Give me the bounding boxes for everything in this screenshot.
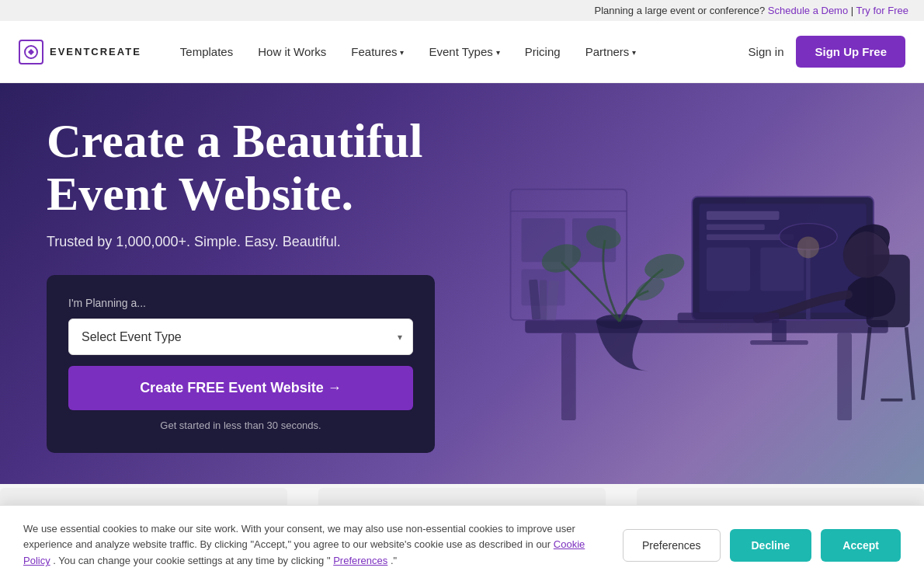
- logo-svg: [23, 44, 39, 60]
- nav-event-types[interactable]: Event Types ▾: [418, 39, 510, 64]
- banner-separator: |: [851, 5, 853, 16]
- logo[interactable]: EVENTCREATE: [19, 40, 141, 64]
- top-banner: Planning a large event or conference? Sc…: [0, 0, 924, 21]
- banner-text: Planning a large event or conference?: [594, 5, 765, 16]
- preferences-button[interactable]: Preferences: [623, 529, 720, 531]
- svg-rect-7: [707, 211, 780, 220]
- svg-line-28: [863, 327, 870, 399]
- nav-links: Templates How it Works Features ▾ Event …: [169, 39, 749, 64]
- hero-title: Create a Beautiful Event Website.: [47, 114, 512, 220]
- hero-subtitle: Trusted by 1,000,000+. Simple. Easy. Bea…: [47, 234, 512, 250]
- nav-how-it-works[interactable]: How it Works: [247, 39, 337, 64]
- logo-text: EVENTCREATE: [50, 46, 141, 57]
- card-note: Get started in less than 30 seconds.: [68, 420, 413, 431]
- nav-templates[interactable]: Templates: [169, 39, 244, 64]
- accept-button[interactable]: Accept: [821, 529, 901, 531]
- nav-how-label: How it Works: [258, 45, 326, 58]
- hero-card: I'm Planning a... Select Event Type Wedd…: [47, 275, 435, 453]
- partners-chevron-icon: ▾: [632, 48, 636, 57]
- nav-partners[interactable]: Partners ▾: [575, 39, 648, 64]
- sign-in-link[interactable]: Sign in: [749, 45, 784, 58]
- hero-content: Create a Beautiful Event Website. Truste…: [47, 114, 512, 453]
- svg-rect-8: [707, 225, 765, 230]
- svg-point-21: [797, 236, 818, 258]
- svg-rect-4: [837, 333, 852, 420]
- cookie-actions: Preferences Decline Accept: [623, 529, 901, 531]
- nav-templates-label: Templates: [180, 45, 233, 58]
- features-chevron-icon: ▾: [400, 48, 404, 57]
- try-free-link[interactable]: Try for Free: [856, 5, 908, 16]
- svg-rect-3: [561, 333, 576, 420]
- svg-point-25: [641, 250, 686, 283]
- decline-button[interactable]: Decline: [730, 529, 812, 531]
- planning-label: I'm Planning a...: [68, 297, 413, 309]
- cookie-description: We use essential cookies to make our sit…: [23, 523, 575, 531]
- nav-features-label: Features: [351, 45, 397, 58]
- cookie-banner: We use essential cookies to make our sit…: [0, 505, 924, 531]
- svg-rect-32: [677, 313, 779, 323]
- event-types-chevron-icon: ▾: [496, 48, 500, 57]
- event-type-select[interactable]: Select Event Type Wedding Birthday Party…: [68, 319, 413, 355]
- nav-actions: Sign in Sign Up Free: [749, 36, 905, 68]
- nav-partners-label: Partners: [585, 45, 630, 58]
- select-wrapper: Select Event Type Wedding Birthday Party…: [68, 319, 413, 355]
- nav-event-types-label: Event Types: [429, 45, 492, 58]
- nav-pricing[interactable]: Pricing: [514, 39, 571, 64]
- svg-rect-34: [539, 280, 546, 320]
- create-website-button[interactable]: Create FREE Event Website →: [68, 366, 413, 410]
- svg-rect-13: [750, 340, 808, 345]
- svg-rect-11: [760, 247, 804, 291]
- cookie-text: We use essential cookies to make our sit…: [23, 521, 604, 531]
- svg-line-29: [906, 327, 913, 399]
- logo-icon: [19, 40, 43, 64]
- svg-rect-10: [707, 247, 750, 291]
- svg-rect-12: [772, 320, 787, 342]
- navbar: EVENTCREATE Templates How it Works Featu…: [0, 21, 924, 83]
- signup-button[interactable]: Sign Up Free: [796, 36, 905, 68]
- nav-features[interactable]: Features ▾: [340, 39, 415, 64]
- create-btn-label: Create FREE Event Website →: [140, 380, 342, 396]
- nav-pricing-label: Pricing: [525, 45, 561, 58]
- hero-section: Create a Beautiful Event Website. Truste…: [0, 83, 924, 484]
- schedule-demo-link[interactable]: Schedule a Demo: [768, 5, 848, 16]
